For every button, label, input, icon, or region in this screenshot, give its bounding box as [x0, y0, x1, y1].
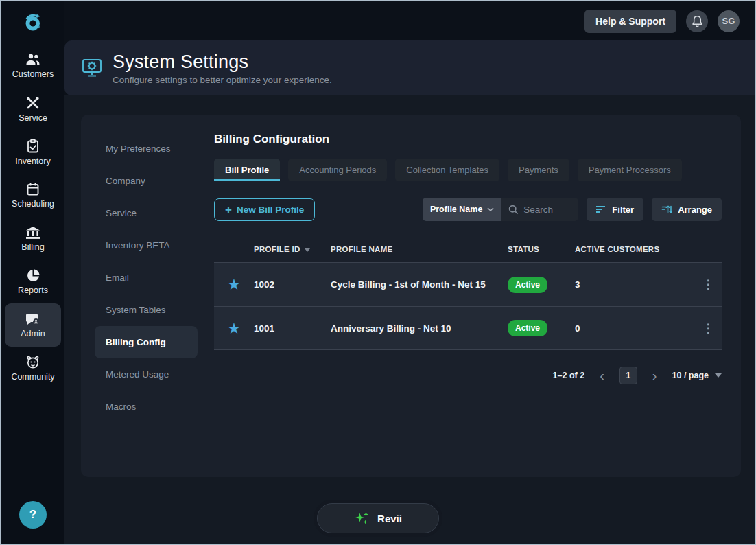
settings-nav-metered-usage[interactable]: Metered Usage — [95, 358, 198, 391]
bell-icon — [692, 15, 703, 27]
favorite-star-icon[interactable]: ★ — [228, 321, 239, 336]
clipboard-check-icon — [26, 139, 40, 154]
revii-assistant-button[interactable]: Revii — [317, 503, 439, 533]
sparkles-icon — [354, 510, 370, 526]
status-badge: Active — [508, 320, 547, 336]
settings-nav-macros[interactable]: Macros — [95, 391, 198, 423]
settings-nav-email[interactable]: Email — [95, 262, 198, 294]
arrange-button[interactable]: Arrange — [652, 198, 722, 221]
pagination-range: 1–2 of 2 — [553, 371, 585, 380]
sidebar-item-customers[interactable]: Customers — [5, 44, 61, 87]
search-column-select[interactable]: Profile Name — [423, 198, 501, 221]
table-row[interactable]: ★ 1001 Anniversary Billing - Net 10 Acti… — [214, 306, 722, 350]
toolbar-right-group: Profile Name Filter Ar — [423, 198, 722, 221]
pie-chart-icon — [26, 268, 40, 283]
settings-nav-inventory-beta[interactable]: Inventory BETA — [95, 229, 198, 262]
filter-button[interactable]: Filter — [587, 198, 643, 221]
settings-nav-company[interactable]: Company — [95, 165, 198, 197]
status-badge: Active — [508, 277, 547, 293]
filter-icon — [596, 205, 606, 213]
sidebar-item-label: Scheduling — [12, 199, 54, 209]
table-header-row: PROFILE ID PROFILE NAME STATUS ACTIVE CU… — [214, 236, 722, 262]
page-size-select[interactable]: 10 / page — [672, 371, 722, 380]
system-settings-icon — [81, 58, 103, 78]
sidebar-item-reports[interactable]: Reports — [5, 260, 61, 303]
sort-caret-icon — [305, 248, 310, 252]
mascot-icon — [25, 355, 40, 369]
chevron-down-icon — [715, 373, 722, 378]
notifications-button[interactable] — [686, 10, 708, 32]
sidebar-item-service[interactable]: Service — [5, 87, 61, 130]
page-header: System Settings Configure settings to be… — [64, 40, 755, 95]
help-floating-button[interactable]: ? — [19, 501, 47, 529]
new-bill-profile-label: New Bill Profile — [237, 205, 304, 215]
app-window: Customers Service Inventory Scheduling — [0, 0, 756, 545]
sidebar-item-community[interactable]: Community — [5, 347, 61, 390]
admin-chat-icon — [25, 312, 40, 326]
sidebar-item-label: Reports — [18, 286, 48, 295]
search-column-value: Profile Name — [430, 205, 482, 214]
filter-label: Filter — [612, 205, 634, 215]
previous-page-icon[interactable]: ‹ — [600, 369, 604, 382]
profile-id-cell: 1001 — [254, 323, 331, 334]
topbar: Help & Support SG — [64, 1, 755, 40]
tab-payment-processors[interactable]: Payment Processors — [578, 159, 682, 181]
revii-label: Revii — [377, 513, 402, 524]
table-toolbar: + New Bill Profile Profile Name — [214, 198, 722, 221]
people-icon — [25, 53, 41, 67]
settings-panel: My Preferences Company Service Inventory… — [81, 115, 741, 477]
profile-name-cell: Cycle Billing - 1st of Month - Net 15 — [331, 279, 508, 290]
settings-nav-system-tables[interactable]: System Tables — [95, 294, 198, 326]
settings-nav-service[interactable]: Service — [95, 197, 198, 229]
favorite-star-icon[interactable]: ★ — [228, 277, 239, 292]
page-title: System Settings — [113, 51, 332, 73]
active-customers-cell: 3 — [575, 279, 694, 290]
pagination: 1–2 of 2 ‹ 1 › 10 / page — [214, 367, 722, 384]
arrange-icon — [661, 205, 672, 214]
tab-accounting-periods[interactable]: Accounting Periods — [288, 159, 387, 181]
user-avatar[interactable]: SG — [718, 10, 740, 32]
chevron-down-icon — [487, 207, 494, 211]
settings-nav: My Preferences Company Service Inventory… — [81, 115, 214, 477]
profile-name-cell: Anniversary Billing - Net 10 — [331, 323, 508, 334]
logo-icon — [20, 10, 46, 36]
sidebar-item-label: Billing — [21, 242, 44, 252]
row-kebab-menu-icon[interactable]: ⋮ — [702, 323, 714, 334]
page-size-value: 10 / page — [672, 371, 709, 380]
tab-bill-profile[interactable]: Bill Profile — [214, 159, 280, 181]
sidebar-item-label: Customers — [12, 69, 54, 79]
profile-id-header[interactable]: PROFILE ID — [254, 245, 331, 253]
sidebar-item-billing[interactable]: Billing — [5, 217, 61, 260]
status-header[interactable]: STATUS — [508, 245, 575, 253]
tab-payments[interactable]: Payments — [508, 159, 569, 181]
next-page-icon[interactable]: › — [652, 369, 657, 382]
app-logo[interactable] — [1, 1, 64, 44]
table-row[interactable]: ★ 1002 Cycle Billing - 1st of Month - Ne… — [214, 262, 722, 306]
plus-icon: + — [225, 205, 232, 214]
tab-collection-templates[interactable]: Collection Templates — [395, 159, 499, 181]
sidebar-item-label: Inventory — [15, 156, 50, 166]
sidebar-nav: Customers Service Inventory Scheduling — [1, 44, 64, 390]
search-icon — [508, 205, 519, 215]
header-text: System Settings Configure settings to be… — [113, 51, 332, 85]
search-box — [501, 198, 578, 221]
search-input[interactable] — [523, 205, 571, 215]
sidebar-item-scheduling[interactable]: Scheduling — [5, 174, 61, 217]
new-bill-profile-button[interactable]: + New Bill Profile — [214, 198, 315, 221]
section-title: Billing Configuration — [214, 132, 722, 146]
page-subtitle: Configure settings to better optimize yo… — [113, 75, 332, 85]
sidebar-item-admin[interactable]: Admin — [5, 303, 61, 347]
arrange-label: Arrange — [678, 205, 712, 215]
settings-nav-my-preferences[interactable]: My Preferences — [95, 132, 198, 165]
search-group: Profile Name — [423, 198, 578, 221]
current-page-button[interactable]: 1 — [619, 367, 637, 384]
active-customers-header[interactable]: ACTIVE CUSTOMERS — [575, 245, 694, 253]
row-kebab-menu-icon[interactable]: ⋮ — [702, 279, 714, 290]
sidebar-item-inventory[interactable]: Inventory — [5, 130, 61, 174]
settings-nav-billing-config[interactable]: Billing Config — [95, 326, 198, 358]
tools-icon — [25, 95, 40, 111]
help-support-button[interactable]: Help & Support — [584, 10, 676, 33]
bill-profile-table: PROFILE ID PROFILE NAME STATUS ACTIVE CU… — [214, 236, 722, 350]
sidebar-item-label: Service — [19, 113, 47, 123]
profile-name-header[interactable]: PROFILE NAME — [331, 245, 508, 253]
